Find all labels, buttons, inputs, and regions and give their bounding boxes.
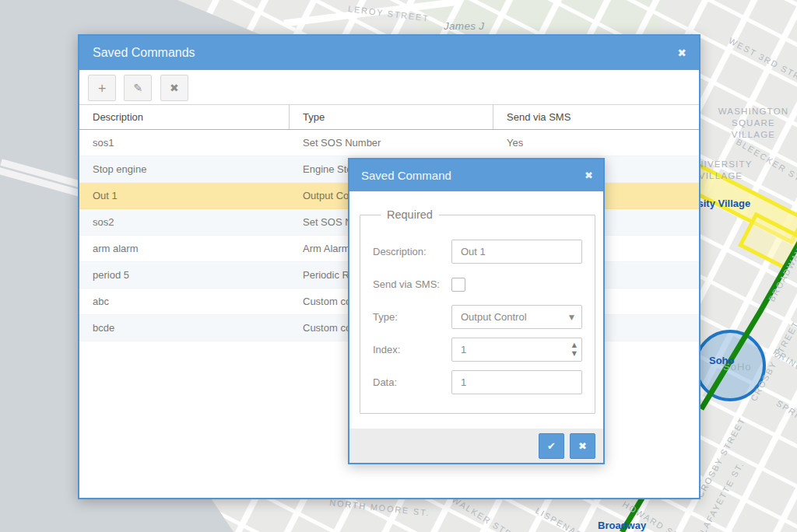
add-command-button[interactable]: + (88, 75, 116, 101)
type-row: Type: Output Control ▼ (373, 305, 582, 329)
cell-type: Set SOS Number (290, 130, 493, 156)
edit-command-button[interactable]: ✎ (124, 75, 152, 101)
index-row: Index: ▲ ▼ (373, 338, 582, 362)
index-field[interactable] (451, 338, 582, 362)
plus-icon: + (97, 82, 107, 94)
cell-description: Stop engine (79, 156, 290, 182)
spin-down-icon[interactable]: ▼ (572, 349, 577, 358)
data-field[interactable] (451, 370, 582, 394)
check-icon: ✔ (547, 440, 556, 452)
cell-description: sos2 (79, 209, 290, 235)
saved-command-body: Required Description: Send via SMS: Type… (349, 191, 603, 429)
dialog-title: Saved Commands (79, 36, 699, 70)
table-header: Description Type Send via SMS (79, 104, 699, 130)
close-icon[interactable]: ✖ (585, 159, 593, 191)
cell-description: Out 1 (79, 183, 290, 208)
send-via-sms-checkbox[interactable] (451, 278, 465, 292)
close-icon[interactable]: ✖ (677, 36, 686, 70)
spin-up-icon[interactable]: ▲ (572, 341, 577, 349)
fieldset-legend: Required (381, 208, 439, 221)
type-select[interactable]: Output Control ▼ (451, 305, 582, 329)
column-header-description[interactable]: Description (79, 105, 290, 129)
column-header-type[interactable]: Type (290, 105, 493, 129)
cell-sms: Yes (493, 130, 699, 156)
saved-command-dialog: Saved Command ✖ Required Description: Se… (348, 158, 605, 464)
confirm-button[interactable]: ✔ (539, 433, 564, 459)
pencil-icon: ✎ (134, 82, 143, 94)
sms-row: Send via SMS: (373, 272, 582, 296)
data-row: Data: (373, 370, 582, 394)
description-row: Description: (373, 240, 582, 264)
cancel-icon: ✖ (578, 440, 587, 452)
saved-commands-header[interactable]: Saved Commands ✖ (79, 36, 699, 70)
description-field[interactable] (451, 240, 582, 264)
delete-command-button[interactable]: ✖ (160, 75, 188, 101)
index-label: Index: (373, 344, 451, 355)
index-spinner[interactable]: ▲ ▼ (572, 341, 577, 358)
saved-command-footer: ✔ ✖ (349, 429, 603, 463)
cell-description: bcde (79, 315, 290, 341)
column-header-sms[interactable]: Send via SMS (493, 105, 699, 129)
send-via-sms-label: Send via SMS: (373, 278, 451, 290)
cell-description: arm alarm (79, 236, 290, 261)
type-select-value: Output Control (461, 311, 569, 323)
type-label: Type: (373, 311, 451, 323)
cancel-button[interactable]: ✖ (570, 433, 595, 459)
data-label: Data: (373, 376, 451, 388)
saved-command-header[interactable]: Saved Command ✖ (349, 159, 603, 191)
required-fieldset: Required Description: Send via SMS: Type… (360, 208, 595, 414)
cell-description: period 5 (79, 262, 290, 288)
description-label: Description: (373, 246, 451, 257)
chevron-down-icon: ▼ (569, 313, 574, 321)
cell-description: abc (79, 289, 290, 314)
dialog-title: Saved Command (349, 159, 603, 191)
commands-toolbar: + ✎ ✖ (79, 70, 699, 104)
delete-icon: ✖ (170, 82, 179, 94)
app-stage: LEROY STREET James J WEST 3RD STREET WAS… (0, 0, 797, 532)
cell-description: sos1 (79, 130, 290, 156)
table-row[interactable]: sos1 Set SOS Number Yes (79, 130, 699, 156)
